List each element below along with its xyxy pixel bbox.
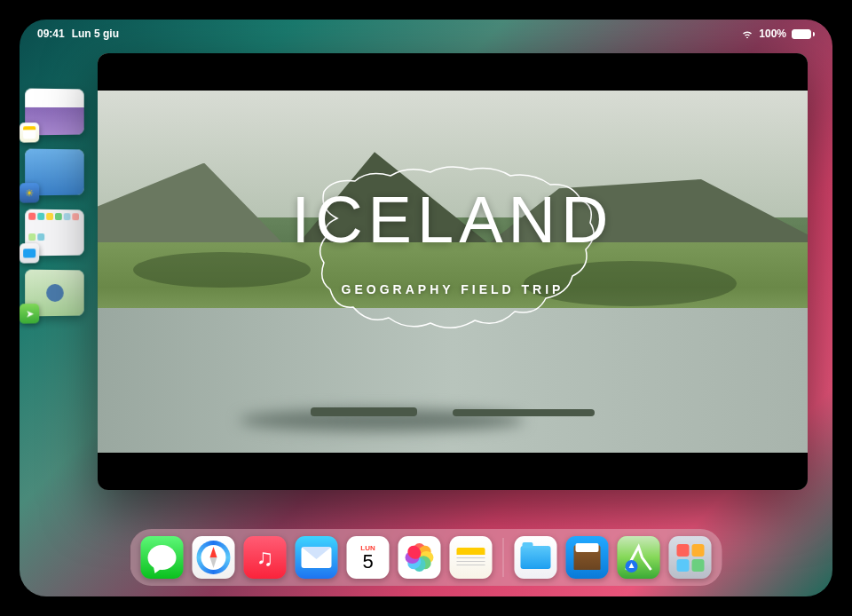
dock-keynote[interactable] xyxy=(566,536,609,579)
dock-maps[interactable] xyxy=(618,536,660,579)
ipad-frame: 09:41 Lun 5 giu 100% xyxy=(0,0,852,616)
status-time: 09:41 xyxy=(37,28,65,40)
status-left: 09:41 Lun 5 giu xyxy=(37,28,119,40)
battery-percent: 100% xyxy=(759,28,786,40)
slide-title: ICELAND xyxy=(292,181,614,257)
dock-mail[interactable] xyxy=(296,536,338,579)
maps-dock-icon xyxy=(618,536,660,579)
mail-icon xyxy=(302,547,332,568)
status-date: Lun 5 giu xyxy=(72,28,119,40)
safari-icon xyxy=(197,541,231,574)
notes-icon xyxy=(20,122,39,143)
dock-files[interactable] xyxy=(515,536,557,579)
stage-thumb-files[interactable] xyxy=(25,209,84,257)
files-icon xyxy=(20,243,39,264)
dock-photos[interactable] xyxy=(398,536,441,579)
photos-icon xyxy=(405,542,435,573)
stage-manager-sidebar: ☀ xyxy=(25,89,89,316)
slide-subtitle: GEOGRAPHY FIELD TRIP xyxy=(342,282,564,296)
dock-music[interactable]: ♫ xyxy=(244,536,287,579)
calendar-day: 5 xyxy=(362,552,373,572)
keynote-window[interactable]: ICELAND GEOGRAPHY FIELD TRIP xyxy=(98,53,808,490)
battery-icon xyxy=(792,29,815,39)
notes-icon xyxy=(457,548,485,568)
maps-icon: ➤ xyxy=(20,304,39,324)
settings-icon xyxy=(676,544,704,572)
dock-safari[interactable] xyxy=(193,536,235,579)
presentation-slide: ICELAND GEOGRAPHY FIELD TRIP xyxy=(98,53,808,490)
music-icon: ♫ xyxy=(256,544,274,572)
dock-settings[interactable] xyxy=(669,536,712,579)
status-right: 100% xyxy=(741,28,815,40)
files-icon xyxy=(521,546,551,569)
messages-icon xyxy=(148,545,177,570)
weather-icon: ☀ xyxy=(20,183,39,203)
keynote-icon xyxy=(574,545,601,570)
dock: ♫ LUN 5 xyxy=(130,529,722,586)
dock-messages[interactable] xyxy=(141,536,184,579)
status-bar: 09:41 Lun 5 giu 100% xyxy=(20,25,832,43)
iceland-map-outline xyxy=(284,138,621,387)
dock-notes[interactable] xyxy=(450,536,493,579)
screen: 09:41 Lun 5 giu 100% xyxy=(20,20,832,596)
dock-calendar[interactable]: LUN 5 xyxy=(347,536,390,579)
wifi-icon xyxy=(741,29,753,38)
stage-thumb-maps[interactable]: ➤ xyxy=(25,270,84,317)
dock-divider xyxy=(503,538,504,577)
svg-rect-0 xyxy=(618,536,660,579)
stage-thumb-notes[interactable] xyxy=(25,89,84,136)
stage-thumb-weather[interactable]: ☀ xyxy=(25,149,84,196)
